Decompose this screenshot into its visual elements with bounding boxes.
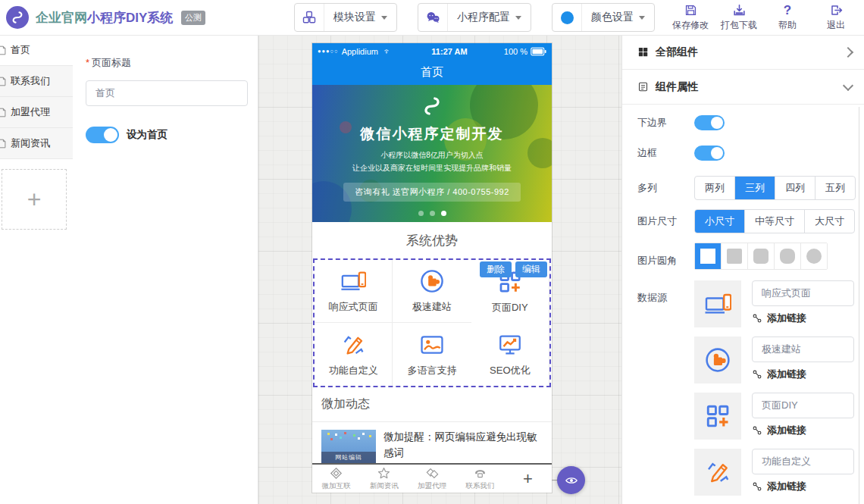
document-icon [0,138,8,149]
link-icon [752,481,762,492]
add-page-button[interactable]: + [2,169,67,230]
wechat-icon [418,4,448,31]
all-components-row[interactable]: 全部组件 [622,35,864,70]
required-mark: * [86,57,89,68]
add-link-button[interactable]: 添加链接 [752,424,854,437]
columns-option-5[interactable]: 五列 [815,177,855,199]
columns-option-2[interactable]: 两列 [695,177,735,199]
size-option-medium[interactable]: 中等尺寸 [745,210,805,233]
action-label: 退出 [827,19,845,32]
radius-option-1[interactable] [722,243,748,269]
tab-add-button[interactable]: + [504,465,552,493]
size-option-small-selected[interactable]: 小尺寸 [695,210,745,233]
feature-item[interactable]: 功能自定义 [315,323,393,386]
data-source-title-input[interactable] [752,337,854,362]
carousel-dot[interactable] [418,211,424,216]
columns-segmented-control: 两列 三列 四列 五列 [694,176,856,200]
feature-item[interactable]: 极速建站 [393,260,471,323]
carousel-dot[interactable] [430,211,435,216]
miniprogram-config-menu[interactable]: 小程序配置 [418,3,531,32]
list-icon [637,81,649,92]
battery-label: 100 % [504,47,527,56]
help-button[interactable]: ? 帮助 [769,3,806,32]
edit-badge-button[interactable]: 编辑 [515,261,547,277]
size-option-large[interactable]: 大尺寸 [805,210,854,233]
puzzle-icon [704,346,731,374]
wifi-icon [381,46,392,57]
add-link-button[interactable]: 添加链接 [752,311,854,325]
page-item-label: 加盟代理 [11,105,50,119]
package-download-button[interactable]: 打包下载 [720,3,758,32]
puzzle-icon [419,268,445,294]
columns-option-3-selected[interactable]: 三列 [735,177,775,199]
columns-option-4[interactable]: 四列 [775,177,815,199]
prop-label-image-size: 图片尺寸 [637,214,694,228]
sidebar-item-agency[interactable]: 加盟代理 [0,97,73,128]
feature-item[interactable]: 多语言支持 [393,323,471,386]
prop-label-border: 边框 [637,146,694,160]
add-link-button[interactable]: 添加链接 [752,480,854,493]
feature-grid-component-selected[interactable]: 删除 编辑 响应式页面 极速建站 页面DIY 功能自定义 多语言支持 [313,258,551,387]
data-source-title-input[interactable] [752,393,854,418]
data-source-thumb [694,280,741,327]
set-home-label: 设为首页 [127,128,167,142]
delete-badge-button[interactable]: 删除 [480,261,512,277]
component-inspector: 全部组件 组件属性 下边界 边框 多列 两列 三列 四列 五列 图片尺寸 [621,35,864,504]
tab-contact[interactable]: 联系我们 [456,465,504,493]
tab-agency[interactable]: 加盟代理 [408,465,455,493]
add-link-button[interactable]: 添加链接 [752,368,854,381]
thumbnail-decor [327,433,330,435]
chevron-right-icon [843,46,853,57]
radius-option-3[interactable] [775,243,801,269]
radius-option-0-selected[interactable] [695,243,722,269]
hero-banner-component[interactable]: 微信小程序定制开发 小程序以微信8亿用户为切入点 让企业以及商家在短时间里实现提… [312,85,552,222]
module-settings-menu[interactable]: 模块设置 [294,3,397,32]
phone-preview: ●●●○○ Applidium 11:27 AM 100 % 首页 [312,43,552,493]
beta-badge: 公测 [181,11,205,25]
carousel-dots [312,211,552,216]
phone-nav-title: 首页 [421,65,443,80]
help-icon: ? [784,3,791,17]
document-icon [0,107,8,118]
editor-canvas: ●●●○○ Applidium 11:27 AM 100 % 首页 [258,35,621,504]
sidebar-item-home[interactable]: 首页 [0,35,73,66]
component-props-row[interactable]: 组件属性 [622,70,864,105]
data-source-thumb [694,449,741,496]
data-source-title-input[interactable] [752,280,854,306]
action-label: 打包下载 [721,19,757,32]
brand: 企业官网小程序DIY系统 公测 [0,6,261,29]
pencil-icon [704,459,731,486]
link-icon [752,369,762,380]
exit-button[interactable]: 退出 [817,3,855,32]
tab-news[interactable]: 新闻资讯 [360,465,408,493]
tab-brand[interactable]: 微加互联 [312,465,360,493]
carousel-dot-active[interactable] [441,211,446,216]
set-home-toggle[interactable] [86,127,119,143]
phone-tab-bar: 微加互联 新闻资讯 加盟代理 联系我们 + [312,463,552,493]
border-toggle[interactable] [694,146,725,161]
app-logo-icon [6,6,29,29]
app-title-primary: 企业官网 [36,11,87,25]
data-source-item: 添加链接 [694,393,854,440]
feature-item[interactable]: 响应式页面 [315,260,393,323]
exit-icon [829,3,844,17]
radius-option-2[interactable] [748,243,775,269]
inspector-scrollbar[interactable] [859,107,859,504]
chevron-down-icon [639,16,645,20]
banner-cta-button[interactable]: 咨询有礼 送官网小程序 / 400-0755-992 [343,183,521,202]
chevron-down-icon [843,80,853,90]
feature-item[interactable]: SEO优化 [471,323,549,386]
page-title-input[interactable] [86,80,248,106]
save-button[interactable]: 保存修改 [671,3,709,32]
preview-button[interactable] [557,466,585,494]
sidebar-item-contact[interactable]: 联系我们 [0,66,73,97]
radius-option-4[interactable] [801,243,827,269]
color-settings-menu[interactable]: 颜色设置 [552,3,655,32]
menu-label: 颜色设置 [591,11,634,24]
download-icon [732,3,747,17]
data-source-title-input[interactable] [752,449,854,474]
sidebar-item-news[interactable]: 新闻资讯 [0,128,73,159]
bottom-border-toggle[interactable] [694,115,725,130]
image-radius-picker [694,243,828,270]
signal-dots: ●●●○○ [318,49,339,55]
